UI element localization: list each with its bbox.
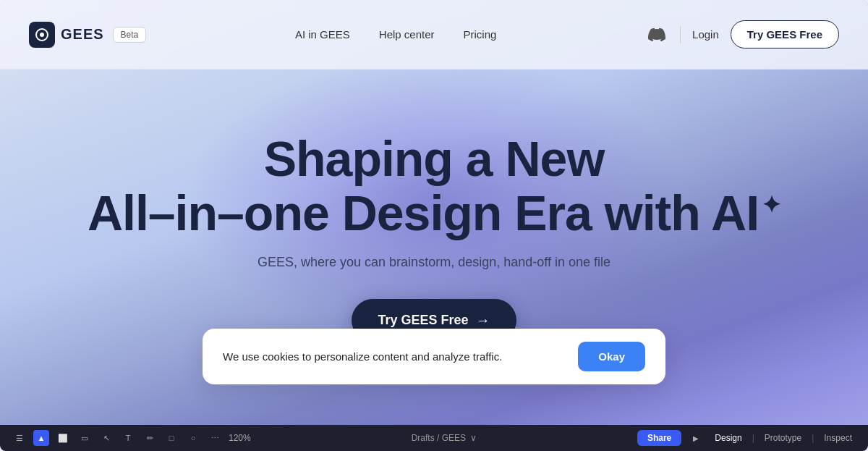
nav-link-ai-in-gees[interactable]: AI in GEES [295,28,350,41]
navbar-left: GEES Beta [29,22,146,48]
toolbar-shape-icon[interactable]: ▭ [77,430,93,446]
hero-title: Shaping a New All–in–one Design Era with… [88,132,780,240]
toolbar-text-icon[interactable]: T [120,430,136,446]
toolbar-pen-icon[interactable]: ✏ [142,430,158,446]
main-content: GEES Beta AI in GEES Help center Pricing… [0,0,868,425]
navbar: GEES Beta AI in GEES Help center Pricing… [0,0,868,69]
toolbar-tab-inspect[interactable]: Inspect [820,431,856,444]
breadcrumb: Drafts / GEES [412,433,466,443]
try-free-hero-label: Try GEES Free [378,313,468,328]
toolbar-frame-icon[interactable]: ⬜ [55,430,71,446]
toolbar-ellipse-icon[interactable]: ○ [185,430,201,446]
cookie-message: We use cookies to personalize content an… [223,350,555,363]
bottom-toolbar: ☰ ▲ ⬜ ▭ ↖ T ✏ □ ○ ⋯ 120% Drafts / GEES ∨… [0,425,868,451]
logo-icon [29,22,55,48]
breadcrumb-chevron: ∨ [470,433,477,443]
beta-badge: Beta [113,27,147,43]
svg-point-1 [40,33,44,37]
toolbar-left: ☰ ▲ ⬜ ▭ ↖ T ✏ □ ○ ⋯ 120% [12,430,251,446]
cookie-banner: We use cookies to personalize content an… [203,329,665,384]
okay-button[interactable]: Okay [578,342,645,371]
toolbar-center: Drafts / GEES ∨ [412,433,477,443]
brand-name: GEES [61,26,104,43]
navbar-right: Login Try GEES Free [645,20,839,49]
nav-link-help-center[interactable]: Help center [379,28,435,41]
toolbar-right: Share ▶ Design | Prototype | Inspect [637,429,856,447]
toolbar-tab-prototype[interactable]: Prototype [760,431,806,444]
hero-title-line1: Shaping a New [264,131,605,186]
zoom-level[interactable]: 120% [229,433,251,443]
toolbar-tab-design[interactable]: Design [710,431,746,444]
nav-link-pricing[interactable]: Pricing [464,28,497,41]
toolbar-more-icon[interactable]: ⋯ [207,430,223,446]
try-free-nav-button[interactable]: Try GEES Free [731,20,839,49]
arrow-icon: → [476,312,490,329]
toolbar-cursor-icon[interactable]: ↖ [98,430,114,446]
play-button[interactable]: ▶ [687,429,705,447]
share-button[interactable]: Share [637,430,681,446]
app-frame: GEES Beta AI in GEES Help center Pricing… [0,0,868,451]
toolbar-rect-icon[interactable]: □ [163,430,179,446]
divider [680,26,681,43]
hero-subtitle: GEES, where you can brainstorm, design, … [258,255,610,270]
login-button[interactable]: Login [692,28,719,41]
hero-title-line2: All–in–one Design Era with AI [88,185,759,240]
navbar-center: AI in GEES Help center Pricing [295,28,496,41]
toolbar-hamburger-icon[interactable]: ☰ [12,430,27,446]
discord-icon[interactable] [645,23,668,46]
sparkle-icon: ✦ [762,193,780,218]
toolbar-select-icon[interactable]: ▲ [33,430,49,446]
logo-container[interactable]: GEES [29,22,104,48]
